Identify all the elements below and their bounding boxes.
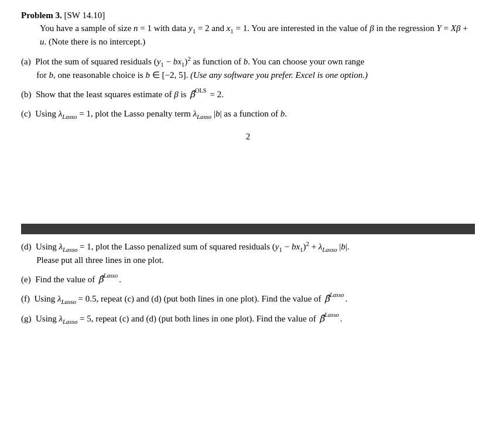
part-c-label: (c)	[21, 109, 31, 118]
part-a: (a) Plot the sum of squared residuals (y…	[21, 55, 475, 83]
part-a-label: (a)	[21, 57, 31, 66]
part-d: (d) Using λLasso = 1, plot the Lasso pen…	[21, 240, 475, 268]
part-c: (c) Using λLasso = 1, plot the Lasso pen…	[21, 107, 475, 121]
part-d-label: (d)	[21, 242, 32, 251]
part-b: (b) Show that the least squares estimate…	[21, 88, 475, 101]
problem-reference: [SW 14.10]	[64, 11, 105, 20]
problem-title: Problem 3.	[21, 11, 62, 20]
blank-space	[21, 148, 475, 218]
intro-paragraph: You have a sample of size n = 1 with dat…	[40, 22, 475, 49]
page-number: 2	[21, 132, 475, 142]
part-e-label: (e)	[21, 275, 31, 284]
page: Problem 3. [SW 14.10] You have a sample …	[0, 0, 496, 336]
part-f-label: (f)	[21, 294, 30, 303]
part-g: (g) Using λLasso = 5, repeat (c) and (d)…	[21, 312, 475, 326]
part-b-label: (b)	[21, 90, 32, 99]
lower-content: (d) Using λLasso = 1, plot the Lasso pen…	[21, 240, 475, 326]
part-e: (e) Find the value of β̂Lasso .	[21, 273, 475, 286]
problem-title-line: Problem 3. [SW 14.10]	[21, 11, 475, 20]
part-f: (f) Using λLasso = 0.5, repeat (c) and (…	[21, 292, 475, 306]
dark-separator-bar	[21, 224, 475, 234]
part-g-label: (g)	[21, 314, 32, 323]
